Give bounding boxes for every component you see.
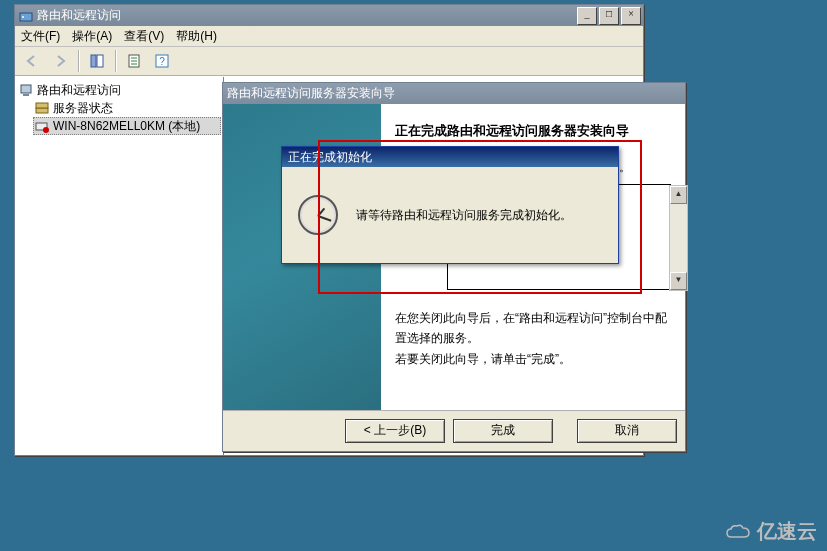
back-button[interactable]: < 上一步(B)	[345, 419, 445, 443]
svg-rect-0	[20, 13, 32, 21]
cancel-button[interactable]: 取消	[577, 419, 677, 443]
wizard-title: 路由和远程访问服务器安装向导	[227, 85, 683, 102]
window-title: 路由和远程访问	[37, 7, 577, 24]
progress-text: 请等待路由和远程访问服务完成初始化。	[356, 207, 572, 224]
forward-arrow-icon	[52, 53, 68, 69]
svg-rect-13	[36, 103, 48, 108]
tree-root-label: 路由和远程访问	[37, 82, 121, 99]
back-arrow-icon	[24, 53, 40, 69]
menu-view[interactable]: 查看(V)	[124, 28, 164, 45]
properties-icon	[126, 53, 142, 69]
forward-button[interactable]	[47, 49, 73, 73]
tree-pane[interactable]: 路由和远程访问 服务器状态 WIN-8N62MELL0KM (本地)	[15, 77, 224, 455]
svg-rect-3	[97, 55, 103, 67]
tree-status[interactable]: 服务器状态	[33, 99, 221, 117]
progress-title: 正在完成初始化	[288, 149, 372, 166]
watermark-cloud-icon	[725, 523, 751, 541]
server-node-icon	[35, 119, 49, 133]
svg-point-1	[22, 16, 24, 18]
scroll-up-icon[interactable]: ▲	[670, 186, 687, 204]
maximize-button[interactable]: □	[599, 7, 619, 25]
server-root-icon	[19, 83, 33, 97]
watermark: 亿速云	[725, 518, 817, 545]
app-icon	[19, 9, 33, 23]
svg-rect-10	[21, 85, 31, 93]
clock-icon	[298, 195, 338, 235]
svg-point-15	[43, 127, 49, 133]
scrollbar[interactable]: ▲ ▼	[669, 185, 688, 291]
help-icon: ?	[154, 53, 170, 69]
mmc-titlebar[interactable]: 路由和远程访问 _ □ ×	[15, 5, 643, 26]
menu-help[interactable]: 帮助(H)	[176, 28, 217, 45]
finish-button[interactable]: 完成	[453, 419, 553, 443]
tree-toggle-icon	[89, 53, 105, 69]
progress-titlebar[interactable]: 正在完成初始化	[282, 147, 618, 167]
wizard-heading: 正在完成路由和远程访问服务器安装向导	[395, 122, 671, 140]
tree-root[interactable]: 路由和远程访问	[17, 81, 221, 99]
menu-action[interactable]: 操作(A)	[72, 28, 112, 45]
toolbar-separator	[115, 50, 116, 72]
progress-dialog: 正在完成初始化 请等待路由和远程访问服务完成初始化。	[281, 146, 619, 264]
back-button[interactable]	[19, 49, 45, 73]
wizard-button-row: < 上一步(B) 完成 取消	[223, 411, 685, 451]
watermark-text: 亿速云	[757, 518, 817, 545]
show-hide-tree-button[interactable]	[84, 49, 110, 73]
svg-text:?: ?	[159, 56, 165, 67]
tree-server[interactable]: WIN-8N62MELL0KM (本地)	[33, 117, 221, 135]
scroll-down-icon[interactable]: ▼	[670, 272, 687, 290]
wizard-tail: 在您关闭此向导后，在“路由和远程访问”控制台中配置选择的服务。 若要关闭此向导，…	[395, 308, 671, 369]
wizard-window: 路由和远程访问服务器安装向导 正在完成路由和远程访问服务器安装向导 装向导。 ▲…	[222, 82, 686, 452]
tree-status-label: 服务器状态	[53, 100, 113, 117]
wizard-tail-line2: 若要关闭此向导，请单击“完成”。	[395, 349, 671, 369]
wizard-tail-line1: 在您关闭此向导后，在“路由和远程访问”控制台中配置选择的服务。	[395, 308, 671, 349]
svg-rect-2	[91, 55, 96, 67]
toolbar: ?	[15, 47, 643, 76]
progress-body: 请等待路由和远程访问服务完成初始化。	[282, 167, 618, 263]
tree-server-label: WIN-8N62MELL0KM (本地)	[53, 118, 200, 135]
minimize-button[interactable]: _	[577, 7, 597, 25]
svg-rect-11	[23, 94, 29, 96]
help-button[interactable]: ?	[149, 49, 175, 73]
svg-rect-12	[36, 108, 48, 113]
server-status-icon	[35, 101, 49, 115]
properties-button[interactable]	[121, 49, 147, 73]
wizard-titlebar[interactable]: 路由和远程访问服务器安装向导	[223, 83, 685, 104]
menubar: 文件(F) 操作(A) 查看(V) 帮助(H)	[15, 26, 643, 47]
menu-file[interactable]: 文件(F)	[21, 28, 60, 45]
toolbar-separator	[78, 50, 79, 72]
close-button[interactable]: ×	[621, 7, 641, 25]
